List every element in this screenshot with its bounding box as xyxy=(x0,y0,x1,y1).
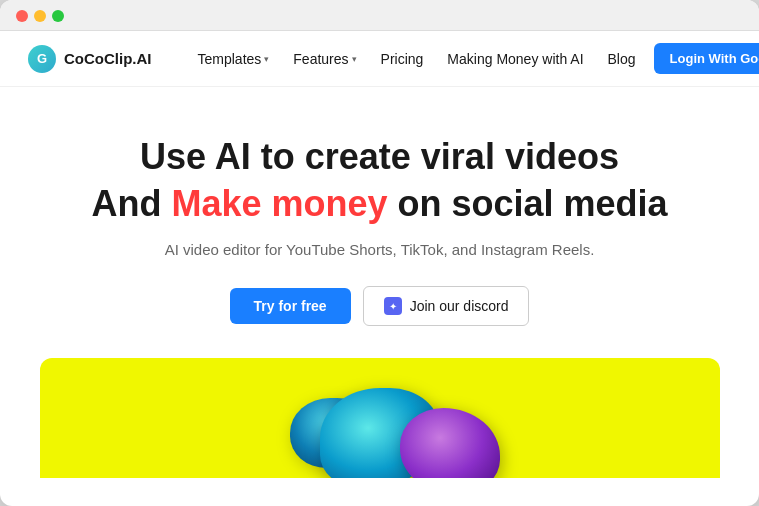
hero-highlight: Make money xyxy=(171,183,387,224)
hero-subtitle: AI video editor for YouTube Shorts, TikT… xyxy=(165,241,595,258)
navbar: G CoCoClip.AI Templates ▾ Features ▾ Pri… xyxy=(0,31,759,87)
browser-window: G CoCoClip.AI Templates ▾ Features ▾ Pri… xyxy=(0,0,759,506)
blob-3d-purple xyxy=(400,408,500,478)
nav-item-templates[interactable]: Templates ▾ xyxy=(188,45,280,73)
hero-title-line1: Use AI to create viral videos xyxy=(140,135,619,178)
hero-title-and: And xyxy=(91,183,171,224)
browser-chrome xyxy=(0,0,759,31)
logo-text: CoCoClip.AI xyxy=(64,50,152,67)
preview-area xyxy=(40,358,720,478)
templates-chevron-icon: ▾ xyxy=(264,54,269,64)
hero-section: Use AI to create viral videos And Make m… xyxy=(0,87,759,506)
logo[interactable]: G CoCoClip.AI xyxy=(28,45,152,73)
discord-icon: ✦ xyxy=(384,297,402,315)
try-for-free-button[interactable]: Try for free xyxy=(230,288,351,324)
hero-buttons: Try for free ✦ Join our discord xyxy=(230,286,530,326)
traffic-lights xyxy=(16,10,64,22)
nav-item-features[interactable]: Features ▾ xyxy=(283,45,366,73)
nav-item-pricing[interactable]: Pricing xyxy=(371,45,434,73)
logo-icon: G xyxy=(28,45,56,73)
hero-title-suffix: on social media xyxy=(387,183,667,224)
join-discord-button[interactable]: ✦ Join our discord xyxy=(363,286,530,326)
features-chevron-icon: ▾ xyxy=(352,54,357,64)
features-label: Features xyxy=(293,51,348,67)
hero-title-line2: And Make money on social media xyxy=(91,182,667,225)
nav-links: Templates ▾ Features ▾ Pricing Making Mo… xyxy=(188,43,760,74)
discord-label: Join our discord xyxy=(410,298,509,314)
browser-content: G CoCoClip.AI Templates ▾ Features ▾ Pri… xyxy=(0,31,759,506)
login-button[interactable]: Login With Google xyxy=(654,43,759,74)
close-button[interactable] xyxy=(16,10,28,22)
templates-label: Templates xyxy=(198,51,262,67)
minimize-button[interactable] xyxy=(34,10,46,22)
nav-item-blog[interactable]: Blog xyxy=(598,45,646,73)
maximize-button[interactable] xyxy=(52,10,64,22)
nav-item-making-money[interactable]: Making Money with AI xyxy=(437,45,593,73)
